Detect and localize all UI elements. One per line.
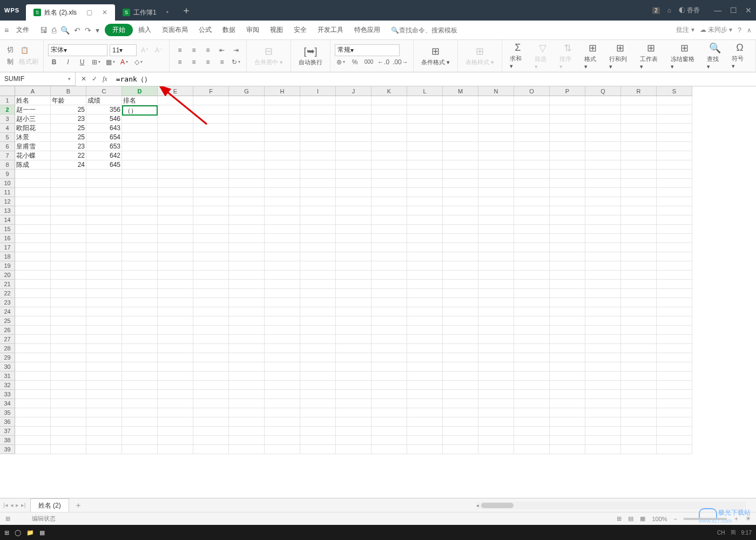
cell-K32[interactable] bbox=[372, 381, 407, 390]
cell-H36[interactable] bbox=[265, 417, 300, 427]
cell-N24[interactable] bbox=[478, 307, 514, 316]
view-layout-icon[interactable]: ▤ bbox=[628, 515, 633, 522]
cell-O13[interactable] bbox=[514, 206, 550, 215]
align-justify[interactable]: ≡ bbox=[216, 56, 228, 68]
cell-S27[interactable] bbox=[657, 335, 692, 344]
cell-E26[interactable] bbox=[158, 326, 193, 335]
col-header-J[interactable]: J bbox=[336, 86, 372, 96]
symbol[interactable]: Ω符号 ▾ bbox=[728, 40, 751, 72]
row-header-8[interactable]: 8 bbox=[0, 160, 15, 170]
cell-P21[interactable] bbox=[550, 280, 585, 289]
cell-E29[interactable] bbox=[158, 353, 193, 362]
cell-N4[interactable] bbox=[478, 124, 514, 133]
cell-P14[interactable] bbox=[550, 215, 585, 225]
cell-Q36[interactable] bbox=[585, 417, 621, 427]
cell-P7[interactable] bbox=[550, 151, 585, 160]
cell-L27[interactable] bbox=[407, 335, 443, 344]
cell-S7[interactable] bbox=[657, 151, 692, 160]
freeze-panes[interactable]: ⊞冻结窗格 ▾ bbox=[667, 40, 701, 72]
cell-E14[interactable] bbox=[158, 215, 193, 225]
cell-D11[interactable] bbox=[122, 188, 158, 197]
cell-H32[interactable] bbox=[265, 381, 300, 390]
maximize-button[interactable]: ☐ bbox=[730, 6, 737, 15]
cell-N33[interactable] bbox=[478, 390, 514, 399]
cell-P29[interactable] bbox=[550, 353, 585, 362]
cell-L1[interactable] bbox=[407, 96, 443, 105]
cell-Q1[interactable] bbox=[585, 96, 621, 105]
cell-H10[interactable] bbox=[265, 179, 300, 188]
cell-E33[interactable] bbox=[158, 390, 193, 399]
cell-A33[interactable] bbox=[15, 390, 51, 399]
cell-B6[interactable]: 23 bbox=[51, 142, 86, 151]
row-header-10[interactable]: 10 bbox=[0, 179, 15, 188]
cell-J12[interactable] bbox=[336, 197, 372, 206]
cell-I3[interactable] bbox=[300, 114, 336, 124]
cell-S33[interactable] bbox=[657, 390, 692, 399]
cell-A28[interactable] bbox=[15, 344, 51, 353]
cell-R30[interactable] bbox=[621, 362, 657, 372]
indent-dec[interactable]: ⇤ bbox=[216, 44, 228, 56]
cell-A37[interactable] bbox=[15, 427, 51, 436]
cell-P3[interactable] bbox=[550, 114, 585, 124]
cell-I19[interactable] bbox=[300, 261, 336, 271]
cell-C4[interactable]: 643 bbox=[86, 124, 122, 133]
percent-button[interactable]: % bbox=[349, 56, 361, 68]
cell-S29[interactable] bbox=[657, 353, 692, 362]
inc-decimal[interactable]: ←.0 bbox=[377, 56, 390, 68]
cell-J14[interactable] bbox=[336, 215, 372, 225]
cell-K18[interactable] bbox=[372, 252, 407, 261]
cell-D37[interactable] bbox=[122, 427, 158, 436]
cell-A1[interactable]: 姓名 bbox=[15, 96, 51, 105]
cell-Q29[interactable] bbox=[585, 353, 621, 362]
row-header-4[interactable]: 4 bbox=[0, 124, 15, 133]
find[interactable]: 🔍查找 ▾ bbox=[704, 40, 726, 72]
cell-K1[interactable] bbox=[372, 96, 407, 105]
user-avatar[interactable]: ◐ 香香 bbox=[679, 6, 700, 15]
cell-F14[interactable] bbox=[193, 215, 229, 225]
cell-A39[interactable] bbox=[15, 445, 51, 454]
cell-O22[interactable] bbox=[514, 289, 550, 298]
col-header-I[interactable]: I bbox=[300, 86, 336, 96]
cell-N13[interactable] bbox=[478, 206, 514, 215]
cell-H5[interactable] bbox=[265, 133, 300, 142]
cell-O7[interactable] bbox=[514, 151, 550, 160]
cell-D38[interactable] bbox=[122, 436, 158, 445]
cell-P6[interactable] bbox=[550, 142, 585, 151]
row-header-17[interactable]: 17 bbox=[0, 243, 15, 252]
cell-I20[interactable] bbox=[300, 271, 336, 280]
cell-K37[interactable] bbox=[372, 427, 407, 436]
cell-A17[interactable] bbox=[15, 243, 51, 252]
cell-Q4[interactable] bbox=[585, 124, 621, 133]
cell-L21[interactable] bbox=[407, 280, 443, 289]
row-header-19[interactable]: 19 bbox=[0, 261, 15, 271]
cell-K39[interactable] bbox=[372, 445, 407, 454]
cell-M28[interactable] bbox=[443, 344, 478, 353]
cell-O24[interactable] bbox=[514, 307, 550, 316]
cell-H30[interactable] bbox=[265, 362, 300, 372]
align-right[interactable]: ≡ bbox=[202, 56, 214, 68]
italic-button[interactable]: I bbox=[62, 56, 74, 68]
cell-O36[interactable] bbox=[514, 417, 550, 427]
cell-Q6[interactable] bbox=[585, 142, 621, 151]
cell-C38[interactable] bbox=[86, 436, 122, 445]
cell-P9[interactable] bbox=[550, 170, 585, 179]
cell-E23[interactable] bbox=[158, 298, 193, 307]
cell-G38[interactable] bbox=[229, 436, 265, 445]
cell-S35[interactable] bbox=[657, 408, 692, 417]
cell-D28[interactable] bbox=[122, 344, 158, 353]
row-header-26[interactable]: 26 bbox=[0, 326, 15, 335]
redo-icon[interactable]: ↷ bbox=[85, 26, 91, 35]
row-header-3[interactable]: 3 bbox=[0, 114, 15, 124]
cell-J24[interactable] bbox=[336, 307, 372, 316]
apps-icon[interactable]: ⌂ bbox=[667, 6, 671, 14]
cell-B12[interactable] bbox=[51, 197, 86, 206]
cell-G2[interactable] bbox=[229, 105, 265, 114]
cell-C31[interactable] bbox=[86, 372, 122, 381]
cell-R24[interactable] bbox=[621, 307, 657, 316]
cell-R5[interactable] bbox=[621, 133, 657, 142]
cell-I24[interactable] bbox=[300, 307, 336, 316]
cell-J26[interactable] bbox=[336, 326, 372, 335]
cell-P23[interactable] bbox=[550, 298, 585, 307]
cells-area[interactable]: 姓名年龄成绩排名赵一一25356（）赵小三23546欧阳花25643沐景2565… bbox=[15, 96, 756, 529]
cell-F5[interactable] bbox=[193, 133, 229, 142]
